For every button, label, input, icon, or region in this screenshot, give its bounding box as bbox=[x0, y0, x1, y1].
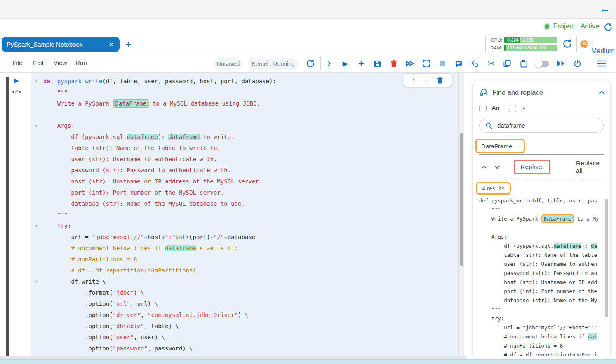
menu-view[interactable]: View bbox=[54, 59, 67, 66]
replace-value-annotation: DataFrame bbox=[475, 139, 525, 153]
menu-run[interactable]: Run bbox=[75, 59, 87, 66]
project-status-dot bbox=[545, 24, 549, 29]
back-icon[interactable]: ← bbox=[600, 2, 610, 15]
divider bbox=[479, 179, 604, 179]
app-window: ← Project : Active PySpark_Sample Notebo… bbox=[0, 0, 616, 364]
ram-value: 198.640 / 8000.000 bbox=[504, 45, 557, 51]
editor-scrollbar[interactable] bbox=[458, 73, 464, 359]
save-status-badge: Unsaved bbox=[214, 58, 242, 70]
code-editor[interactable]: ▾def pyspark_write(df, table, user, pass… bbox=[31, 73, 458, 359]
toggle-switch[interactable] bbox=[535, 59, 550, 68]
editor-scrollbar-thumb[interactable] bbox=[460, 133, 463, 266]
match-case-label: Aa bbox=[491, 105, 500, 112]
results-count: 4 results bbox=[476, 182, 511, 195]
undo-icon[interactable] bbox=[470, 59, 480, 68]
menu-bar: File Edit View Run Unsaved Kernel : Runn… bbox=[0, 54, 616, 73]
replace-button[interactable]: Replace bbox=[514, 160, 550, 174]
divider bbox=[485, 36, 486, 53]
search-input[interactable]: dataframe bbox=[479, 118, 604, 133]
divider bbox=[590, 56, 590, 70]
resources-refresh-icon[interactable] bbox=[562, 39, 572, 49]
instance-chip-icon bbox=[580, 39, 589, 48]
editor-horizontal-scrollbar[interactable] bbox=[0, 356, 466, 359]
close-tab-icon[interactable]: ✕ bbox=[108, 41, 115, 48]
cpu-meter: 0.324 / 2.000 bbox=[504, 37, 557, 43]
preview-lines: def pyspark_write(df, table, user, pas "… bbox=[479, 196, 604, 356]
kernel-status-badge: Kernel : Running bbox=[248, 58, 298, 70]
next-match-icon[interactable] bbox=[495, 164, 500, 169]
bottom-strip bbox=[0, 359, 616, 364]
cell-indicator-bar bbox=[6, 77, 9, 357]
run-cell-button[interactable]: ▶ bbox=[14, 77, 19, 85]
top-bar: ← bbox=[0, 0, 616, 19]
regex-label: .* bbox=[521, 105, 525, 112]
run-selected-icon[interactable] bbox=[324, 59, 334, 68]
tab-title: PySpark_Sample Notebook bbox=[7, 41, 108, 48]
cell-executed-icon: <✓> bbox=[12, 88, 22, 95]
project-refresh-icon[interactable] bbox=[604, 23, 613, 32]
search-icon bbox=[485, 122, 492, 129]
project-status: Project : Active bbox=[553, 22, 600, 31]
delete-cell-icon[interactable] bbox=[389, 59, 399, 68]
cut-icon[interactable]: ✂ bbox=[486, 59, 496, 68]
new-tab-button[interactable]: + bbox=[125, 38, 132, 51]
move-cell-down-icon[interactable]: ↓ bbox=[424, 77, 428, 84]
replace-input[interactable]: DataFrame bbox=[479, 138, 604, 155]
notebook-tab[interactable]: PySpark_Sample Notebook ✕ bbox=[2, 37, 120, 52]
code-editor-lines: ▾def pyspark_write(df, table, user, pass… bbox=[43, 76, 458, 359]
instance-size[interactable]: : Medium bbox=[591, 40, 616, 55]
divider bbox=[320, 56, 321, 70]
ram-label: RAM: bbox=[489, 44, 502, 52]
fullscreen-icon[interactable] bbox=[421, 59, 431, 68]
add-cell-icon[interactable]: + bbox=[356, 59, 366, 68]
paste-icon[interactable] bbox=[519, 59, 529, 68]
regex-checkbox[interactable] bbox=[509, 105, 516, 112]
cell-toolbar: ↑ ↓ bbox=[403, 74, 452, 87]
shutdown-icon[interactable] bbox=[572, 59, 582, 68]
ram-meter: 198.640 / 8000.000 bbox=[504, 45, 557, 51]
results-preview[interactable]: def pyspark_write(df, table, user, pas "… bbox=[479, 196, 604, 356]
menu-file[interactable]: File bbox=[12, 59, 22, 66]
save-icon[interactable] bbox=[372, 59, 382, 68]
comment-icon[interactable] bbox=[454, 59, 463, 68]
replace-value: DataFrame bbox=[481, 143, 512, 150]
run-all-icon[interactable] bbox=[405, 59, 415, 68]
skip-icon[interactable] bbox=[556, 59, 566, 68]
panel-scrollbar-thumb[interactable] bbox=[605, 199, 608, 317]
find-replace-panel: Find and replace Aa .* dataframe DataFra… bbox=[472, 80, 611, 359]
previous-match-icon[interactable] bbox=[482, 165, 487, 170]
match-case-checkbox[interactable] bbox=[479, 105, 487, 112]
stop-icon[interactable] bbox=[437, 59, 447, 68]
tab-bar: PySpark_Sample Notebook ✕ + CPU: RAM: 0.… bbox=[0, 35, 616, 54]
divider bbox=[576, 37, 577, 52]
search-value: dataframe bbox=[497, 122, 525, 129]
cpu-label: CPU: bbox=[489, 36, 502, 44]
collapse-panel-icon[interactable] bbox=[599, 91, 604, 96]
cpu-value: 0.324 / 2.000 bbox=[504, 37, 557, 43]
find-replace-icon bbox=[479, 88, 489, 97]
delete-cell-icon[interactable] bbox=[437, 77, 443, 84]
find-replace-title: Find and replace bbox=[492, 89, 596, 96]
copy-icon[interactable] bbox=[502, 59, 512, 68]
menu-icon[interactable] bbox=[597, 59, 607, 68]
status-row: Project : Active bbox=[0, 19, 616, 35]
run-cell-icon[interactable]: ▶ bbox=[340, 59, 350, 68]
replace-all-button[interactable]: Replace all bbox=[576, 160, 604, 174]
notebook-area: ▶ <✓> ▾def pyspark_write(df, table, user… bbox=[0, 73, 616, 359]
move-cell-up-icon[interactable]: ↑ bbox=[412, 77, 415, 84]
kernel-refresh-icon[interactable] bbox=[306, 59, 315, 68]
menu-edit[interactable]: Edit bbox=[33, 59, 44, 66]
